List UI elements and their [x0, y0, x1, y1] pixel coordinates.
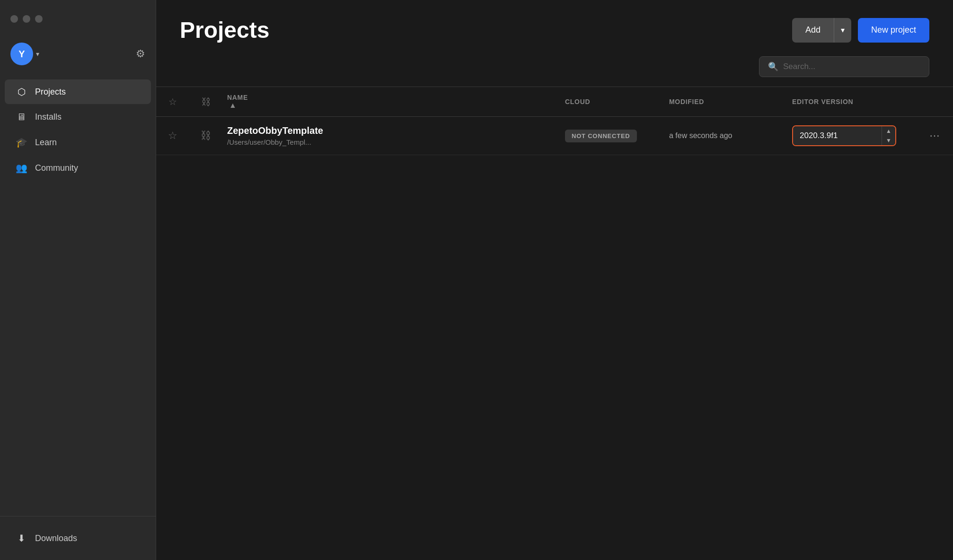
sidebar-item-installs[interactable]: 🖥 Installs [5, 105, 151, 129]
installs-icon: 🖥 [15, 112, 27, 122]
col-star-header: ☆ [156, 96, 189, 107]
header-actions: Add ▾ New project [792, 18, 929, 43]
sidebar-item-label: Community [35, 163, 78, 173]
search-bar-row: 🔍 [156, 56, 953, 87]
add-button[interactable]: Add [792, 18, 834, 43]
sidebar-item-learn[interactable]: 🎓 Learn [5, 130, 151, 155]
version-up-button[interactable]: ▲ [882, 126, 895, 136]
modified-text: a few seconds ago [669, 131, 732, 140]
avatar-chevron-icon[interactable]: ▾ [36, 50, 39, 58]
row-actions-col: ⋯ [925, 130, 953, 142]
sidebar: Y ▾ ⚙ ⬡ Projects 🖥 Installs 🎓 Learn 👥 Co… [0, 0, 156, 560]
sidebar-item-downloads[interactable]: ⬇ Downloads [5, 526, 151, 551]
avatar[interactable]: Y [10, 43, 33, 65]
projects-icon: ⬡ [15, 86, 27, 97]
new-project-button[interactable]: New project [858, 18, 929, 43]
sidebar-item-label: Learn [35, 138, 57, 148]
cloud-status-badge[interactable]: NOT CONNECTED [565, 130, 637, 142]
col-cloud-header: CLOUD [565, 98, 669, 105]
modified-header-label: MODIFIED [669, 98, 792, 105]
learn-icon: 🎓 [15, 137, 27, 148]
gear-icon[interactable]: ⚙ [136, 48, 145, 60]
favorite-star-icon[interactable]: ☆ [168, 130, 177, 141]
row-name-col[interactable]: ZepetoObbyTemplate /Users/user/Obby_Temp… [222, 125, 565, 146]
row-cloud-col: NOT CONNECTED [565, 130, 669, 142]
add-dropdown-button[interactable]: ▾ [834, 18, 851, 43]
search-bar: 🔍 [759, 56, 929, 77]
sidebar-header: Y ▾ ⚙ [0, 38, 156, 75]
col-link-header: ⛓ [189, 96, 222, 107]
editor-version-text: 2020.3.9f1 [793, 126, 882, 145]
row-link-col: ⛓ [189, 130, 222, 142]
cloud-header-label: CLOUD [565, 98, 669, 105]
col-editor-header: EDITOR VERSION [792, 98, 925, 105]
traffic-lights [10, 15, 43, 23]
name-header-label[interactable]: NAME [227, 94, 565, 101]
sidebar-bottom: ⬇ Downloads [0, 516, 156, 560]
name-sort-icon: ▲ [229, 101, 237, 109]
chevron-down-icon: ▾ [841, 26, 845, 35]
link-header-icon[interactable]: ⛓ [201, 96, 211, 107]
col-modified-header: MODIFIED [669, 98, 792, 105]
editor-version-header-label: EDITOR VERSION [792, 98, 915, 105]
sidebar-top [0, 0, 156, 38]
table-header: ☆ ⛓ NAME ▲ CLOUD MODIFIED EDITOR VERSION [156, 87, 953, 117]
search-input[interactable] [783, 62, 920, 71]
sidebar-item-projects[interactable]: ⬡ Projects [5, 79, 151, 104]
unlinked-icon: ⛓ [201, 130, 211, 141]
close-button[interactable] [10, 15, 18, 23]
sidebar-item-community[interactable]: 👥 Community [5, 156, 151, 180]
sidebar-item-label: Installs [35, 112, 62, 122]
downloads-icon: ⬇ [15, 533, 27, 544]
version-down-button[interactable]: ▼ [882, 136, 895, 145]
sidebar-item-label: Projects [35, 87, 66, 97]
col-name-header: NAME ▲ [222, 94, 565, 110]
sidebar-nav: ⬡ Projects 🖥 Installs 🎓 Learn 👥 Communit… [0, 75, 156, 516]
project-path: /Users/user/Obby_Templ... [227, 138, 565, 146]
project-name: ZepetoObbyTemplate [227, 125, 565, 136]
main-content: Projects Add ▾ New project 🔍 ☆ ⛓ NAME ▲ … [156, 0, 953, 560]
community-icon: 👥 [15, 162, 27, 174]
star-header-icon[interactable]: ☆ [168, 96, 177, 107]
minimize-button[interactable] [23, 15, 30, 23]
search-icon: 🔍 [768, 61, 778, 72]
avatar-row: Y ▾ [10, 43, 39, 65]
main-header: Projects Add ▾ New project [156, 0, 953, 56]
more-options-button[interactable]: ⋯ [925, 130, 944, 142]
downloads-label: Downloads [35, 534, 77, 543]
row-star-col: ☆ [156, 130, 189, 142]
maximize-button[interactable] [35, 15, 43, 23]
table-row: ☆ ⛓ ZepetoObbyTemplate /Users/user/Obby_… [156, 117, 953, 155]
page-title: Projects [180, 17, 269, 43]
version-stepper: ▲ ▼ [882, 126, 895, 145]
row-modified-col: a few seconds ago [669, 131, 792, 140]
editor-version-box: 2020.3.9f1 ▲ ▼ [792, 125, 896, 146]
row-editor-col: 2020.3.9f1 ▲ ▼ [792, 125, 925, 146]
